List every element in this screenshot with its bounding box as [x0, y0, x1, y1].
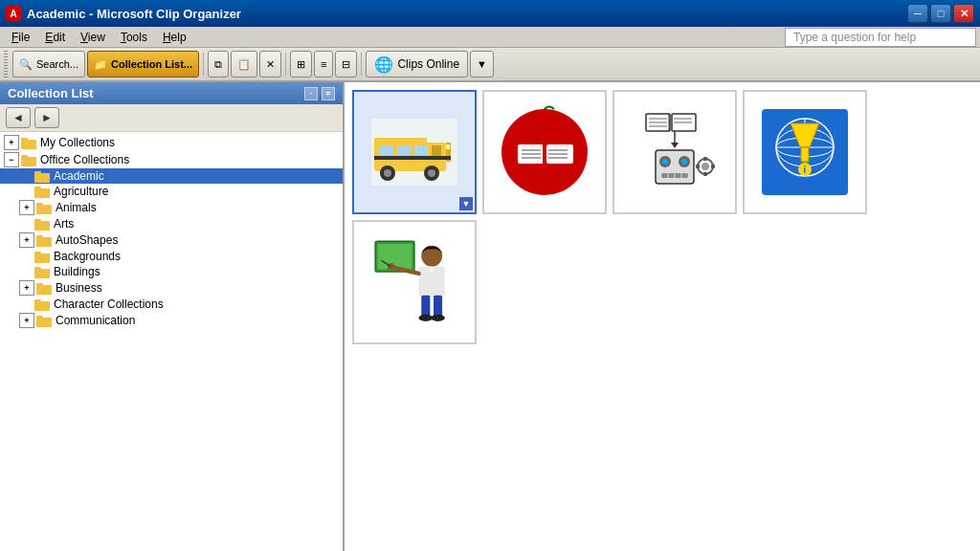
tree-label-business: Business: [56, 281, 102, 295]
clip-funnel-globe-image: i: [757, 104, 853, 200]
svg-rect-8: [36, 205, 52, 214]
svg-rect-21: [34, 299, 41, 302]
paste-button[interactable]: 📋: [231, 51, 257, 77]
expand-animals[interactable]: +: [19, 200, 34, 215]
svg-rect-0: [21, 140, 36, 149]
copy-button[interactable]: ⧉: [208, 51, 229, 77]
clip-funnel-globe[interactable]: i: [743, 90, 867, 214]
header-menu-btn[interactable]: =: [322, 87, 335, 100]
delete-button[interactable]: ✕: [259, 51, 281, 77]
header-dot-btn[interactable]: ·: [304, 87, 318, 100]
svg-rect-11: [34, 219, 41, 222]
svg-text:i: i: [804, 165, 807, 175]
svg-rect-19: [36, 283, 43, 286]
tree-item-buildings[interactable]: Buildings: [0, 264, 343, 279]
collection-header-title: Collection List: [8, 86, 94, 100]
expand-business[interactable]: +: [19, 280, 34, 296]
tree-item-arts[interactable]: Arts: [0, 216, 343, 231]
tree-item-character-collections[interactable]: Character Collections: [0, 297, 343, 312]
help-search-box[interactable]: Type a question for help: [785, 28, 976, 47]
tree-label-autoshapes: AutoShapes: [56, 233, 118, 247]
clip-dropdown-bus[interactable]: ▼: [459, 197, 473, 210]
svg-rect-23: [36, 316, 43, 319]
menu-tools[interactable]: Tools: [113, 29, 155, 46]
tree-item-my-collections[interactable]: + My Collections: [0, 134, 343, 151]
svg-rect-37: [374, 156, 451, 160]
left-panel: Collection List · = ◄ ► + My Collections…: [0, 82, 345, 551]
clip-book-robot[interactable]: [612, 90, 737, 214]
svg-rect-68: [711, 165, 715, 168]
svg-rect-9: [36, 203, 43, 206]
svg-point-62: [681, 159, 687, 165]
svg-rect-31: [380, 145, 393, 155]
nav-buttons: ◄ ►: [0, 104, 343, 132]
tree-container[interactable]: + My Collections − Office Collections: [0, 132, 343, 551]
collection-list-label: Collection List...: [111, 58, 192, 70]
expand-my-collections[interactable]: +: [4, 135, 19, 150]
view-detail-icon: ⊟: [342, 58, 350, 71]
window-controls: ─ □ ✕: [907, 4, 974, 23]
tree-item-autoshapes[interactable]: + AutoShapes: [0, 231, 343, 249]
view-list-button[interactable]: ≡: [314, 51, 333, 77]
clip-teacher[interactable]: [352, 220, 477, 344]
nav-back-button[interactable]: ◄: [6, 107, 31, 128]
tree-item-backgrounds[interactable]: Backgrounds: [0, 249, 343, 264]
folder-icon-communication: [36, 314, 52, 327]
clip-reading-apple[interactable]: [482, 90, 607, 214]
svg-rect-66: [703, 172, 707, 176]
svg-rect-5: [34, 171, 41, 174]
collection-list-button[interactable]: 📁 Collection List...: [87, 51, 199, 77]
toolbar-grip: [4, 51, 8, 77]
svg-rect-58: [656, 150, 694, 184]
tree-label-arts: Arts: [54, 217, 74, 231]
view-large-button[interactable]: ⊞: [290, 51, 312, 77]
clip-school-bus[interactable]: ▼: [352, 90, 477, 214]
more-button[interactable]: ▼: [470, 51, 494, 77]
view-detail-button[interactable]: ⊟: [335, 51, 357, 77]
expand-autoshapes[interactable]: +: [19, 232, 34, 248]
clip-reading-apple-image: [497, 104, 592, 200]
header-controls: · =: [304, 87, 335, 100]
tree-item-agriculture[interactable]: Agriculture: [0, 184, 343, 199]
tree-label-agriculture: Agriculture: [54, 185, 108, 198]
tree-item-office-collections[interactable]: − Office Collections: [0, 151, 343, 168]
svg-rect-1: [21, 138, 28, 141]
search-button[interactable]: 🔍 Search...: [12, 51, 85, 77]
menu-bar: File Edit View Tools Help Type a questio…: [0, 27, 980, 48]
title-bar: A Academic - Microsoft Clip Organizer ─ …: [0, 0, 980, 27]
toolbar-separator-2: [285, 53, 286, 76]
menu-help[interactable]: Help: [155, 29, 194, 46]
search-icon: 🔍: [19, 58, 33, 71]
menu-file[interactable]: File: [4, 29, 37, 46]
close-button[interactable]: ✕: [953, 4, 974, 23]
menu-view[interactable]: View: [73, 29, 113, 46]
folder-icon: 📁: [94, 58, 107, 71]
svg-point-93: [419, 315, 434, 321]
expand-office-collections[interactable]: −: [4, 152, 19, 167]
svg-point-61: [662, 159, 668, 165]
minimize-button[interactable]: ─: [907, 4, 928, 23]
tree-item-communication[interactable]: + Communication: [0, 312, 343, 329]
right-panel: ▼: [345, 82, 980, 551]
tree-item-business[interactable]: + Business: [0, 279, 343, 297]
svg-rect-80: [801, 147, 809, 162]
tree-item-academic[interactable]: Academic: [0, 168, 343, 184]
tree-item-animals[interactable]: + Animals: [0, 199, 343, 216]
tree-label-character-collections: Character Collections: [54, 298, 164, 311]
toolbar-separator-3: [361, 53, 362, 76]
nav-forward-button[interactable]: ►: [34, 107, 59, 128]
clips-online-button[interactable]: 🌐 Clips Online: [366, 51, 468, 77]
window-title: Academic - Microsoft Clip Organizer: [27, 7, 907, 21]
svg-rect-14: [34, 253, 50, 263]
view-large-icon: ⊞: [297, 58, 305, 71]
svg-rect-92: [434, 296, 442, 318]
maximize-button[interactable]: □: [930, 4, 951, 23]
svg-rect-84: [378, 244, 412, 269]
menu-edit[interactable]: Edit: [37, 29, 73, 46]
tree-label-backgrounds: Backgrounds: [54, 250, 121, 263]
search-label: Search...: [36, 58, 78, 70]
expand-communication[interactable]: +: [19, 313, 34, 328]
folder-icon-buildings: [34, 265, 50, 278]
svg-point-64: [702, 163, 709, 170]
clip-teacher-image: [367, 234, 462, 330]
